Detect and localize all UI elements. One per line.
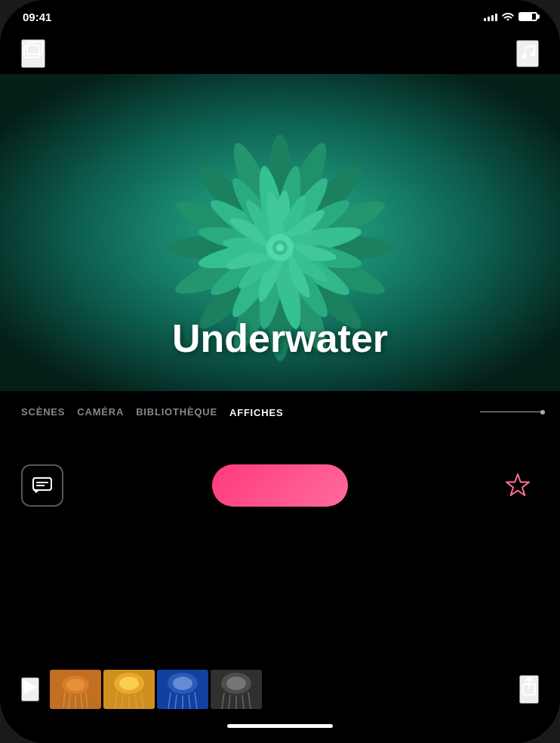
svg-point-61 xyxy=(66,679,85,691)
svg-point-54 xyxy=(276,244,284,251)
notch xyxy=(220,0,340,23)
tabs-bar: SCÈNES CAMÉRA BIBLIOTHÈQUE AFFICHES xyxy=(0,391,560,427)
tab-library[interactable]: BIBLIOTHÈQUE xyxy=(130,403,223,421)
music-button[interactable] xyxy=(516,40,539,67)
svg-rect-55 xyxy=(33,478,51,490)
video-area: Underwater xyxy=(0,74,560,391)
comment-icon xyxy=(32,477,52,494)
svg-point-69 xyxy=(119,677,139,690)
play-button[interactable] xyxy=(21,677,39,701)
svg-point-2 xyxy=(522,54,526,59)
home-bar xyxy=(227,724,333,728)
record-button[interactable] xyxy=(212,464,348,507)
library-button[interactable] xyxy=(21,39,45,68)
thumbnail-4[interactable] xyxy=(211,670,262,709)
svg-point-85 xyxy=(226,677,246,690)
middle-section xyxy=(0,427,560,661)
comment-button[interactable] xyxy=(21,464,63,507)
controls-row xyxy=(21,464,539,507)
thumbnail-3[interactable] xyxy=(157,670,208,709)
home-indicator xyxy=(0,718,560,743)
video-title: Underwater xyxy=(172,316,388,361)
play-icon xyxy=(23,679,38,695)
thumbnails-strip xyxy=(50,670,509,709)
share-icon xyxy=(521,677,537,698)
svg-point-77 xyxy=(173,677,192,690)
svg-marker-58 xyxy=(23,680,37,695)
status-time: 09:41 xyxy=(23,11,51,23)
tab-scenes[interactable]: SCÈNES xyxy=(15,403,71,421)
share-button[interactable] xyxy=(519,675,539,704)
top-toolbar xyxy=(0,33,560,74)
battery-icon xyxy=(518,12,537,21)
phone-frame: 09:41 xyxy=(0,0,560,743)
tab-camera[interactable]: CAMÉRA xyxy=(71,403,130,421)
signal-icon xyxy=(484,12,497,21)
star-icon xyxy=(504,473,531,498)
annotation-pointer xyxy=(480,410,545,415)
tab-posters[interactable]: AFFICHES xyxy=(223,404,289,421)
thumbnail-1[interactable] xyxy=(50,670,101,709)
status-icons xyxy=(484,11,537,23)
annotation-area: AFFICHES xyxy=(223,405,545,419)
wifi-icon xyxy=(502,11,514,23)
thumbnail-2[interactable] xyxy=(103,670,155,709)
favorite-button[interactable] xyxy=(497,464,539,507)
svg-point-3 xyxy=(531,52,535,57)
timeline-section xyxy=(0,661,560,718)
